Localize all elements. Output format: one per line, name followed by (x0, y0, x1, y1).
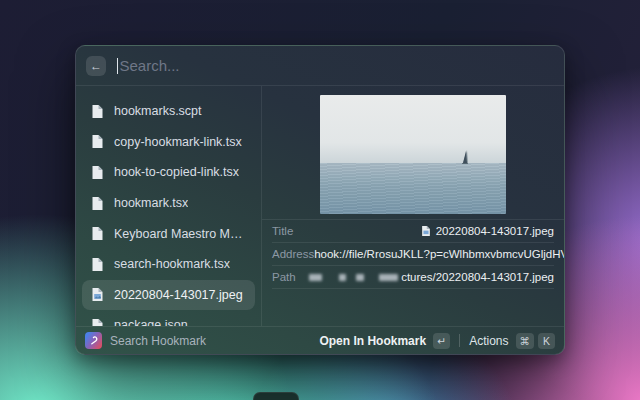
primary-action-label: Open In Hookmark (319, 334, 426, 348)
image-file-icon (421, 225, 431, 237)
document-icon (91, 104, 104, 119)
image-preview (320, 95, 506, 214)
document-icon (91, 318, 104, 326)
command-name: Search Hookmark (110, 334, 206, 348)
cmd-key-badge: ⌘ (516, 333, 535, 349)
metadata-value: 20220804-143017.jpeg (421, 225, 554, 237)
document-icon (91, 196, 104, 211)
file-name: package.json (114, 318, 188, 326)
metadata-label: Address (272, 248, 314, 260)
window-body: hookmarks.scpt copy-hookmark-link.tsx ho… (76, 86, 564, 326)
search-header: ← (76, 46, 564, 86)
metadata-row-address: Address hook://file/RrosuJKLL?p=cWlhbmxv… (272, 243, 554, 266)
file-name: hook-to-copied-link.tsx (114, 165, 239, 179)
file-list: hookmarks.scpt copy-hookmark-link.tsx ho… (76, 86, 262, 326)
sailboat-sail (463, 151, 467, 163)
file-name: hookmark.tsx (114, 196, 188, 210)
list-item-selected[interactable]: 20220804-143017.jpeg (82, 280, 255, 311)
file-name: Keyboard Maestro Macros.k… (114, 227, 246, 241)
actions-label: Actions (469, 334, 508, 348)
list-item[interactable]: package.json (82, 310, 255, 326)
k-key-badge: K (538, 333, 555, 349)
footer-divider (459, 334, 460, 347)
text-cursor (117, 58, 118, 74)
actions-menu-button[interactable]: Actions ⌘ K (469, 333, 555, 349)
list-item[interactable]: search-hookmark.tsx (82, 249, 255, 280)
search-field-wrap (117, 57, 554, 74)
document-icon (91, 226, 104, 241)
redacted-block (309, 274, 322, 281)
address-value: hook://file/RrosuJKLL?p=cWlhbmxvbmcvUGlj… (314, 248, 565, 260)
launcher-window: ← hookmarks.scpt copy-hookmark-link.tsx (75, 45, 565, 355)
metadata-label: Path (272, 271, 296, 283)
hookmark-app-icon (85, 332, 102, 349)
list-item[interactable]: hook-to-copied-link.tsx (82, 157, 255, 188)
list-item[interactable]: hookmarks.scpt (82, 96, 255, 127)
enter-key-badge: ↵ (433, 333, 450, 349)
back-arrow-icon: ← (90, 60, 102, 72)
preview-sea (320, 163, 506, 214)
file-name: copy-hookmark-link.tsx (114, 135, 242, 149)
list-item[interactable]: hookmark.tsx (82, 188, 255, 219)
metadata-value: ctures/20220804-143017.jpeg (309, 271, 554, 283)
list-item[interactable]: Keyboard Maestro Macros.k… (82, 218, 255, 249)
file-name: search-hookmark.tsx (114, 257, 230, 271)
back-button[interactable]: ← (86, 56, 106, 76)
list-item[interactable]: copy-hookmark-link.tsx (82, 127, 255, 158)
redacted-block (379, 274, 398, 281)
metadata-row-path: Path ctures/20220804-143017.jpeg (272, 266, 554, 289)
title-value: 20220804-143017.jpeg (436, 225, 554, 237)
detail-panel: Title 20220804-143017.jpeg Address hook:… (262, 86, 564, 326)
primary-action-button[interactable]: Open In Hookmark ↵ (319, 333, 450, 349)
redacted-block (356, 274, 364, 281)
metadata-row-title: Title 20220804-143017.jpeg (272, 220, 554, 243)
search-input[interactable] (119, 57, 554, 74)
document-icon (91, 165, 104, 180)
document-icon (91, 257, 104, 272)
image-file-icon (91, 287, 104, 302)
redacted-block (339, 274, 346, 281)
document-icon (91, 134, 104, 149)
background-window-peek (253, 392, 299, 400)
path-value: ctures/20220804-143017.jpeg (401, 271, 554, 283)
file-name: hookmarks.scpt (114, 104, 202, 118)
footer-actions: Open In Hookmark ↵ Actions ⌘ K (319, 333, 555, 349)
action-bar: Search Hookmark Open In Hookmark ↵ Actio… (76, 326, 564, 354)
metadata-value[interactable]: hook://file/RrosuJKLL?p=cWlhbmxvbmcvUGlj… (314, 247, 565, 261)
metadata-table: Title 20220804-143017.jpeg Address hook:… (262, 219, 564, 289)
preview-sky (320, 95, 506, 163)
file-name: 20220804-143017.jpeg (114, 288, 243, 302)
metadata-label: Title (272, 225, 293, 237)
